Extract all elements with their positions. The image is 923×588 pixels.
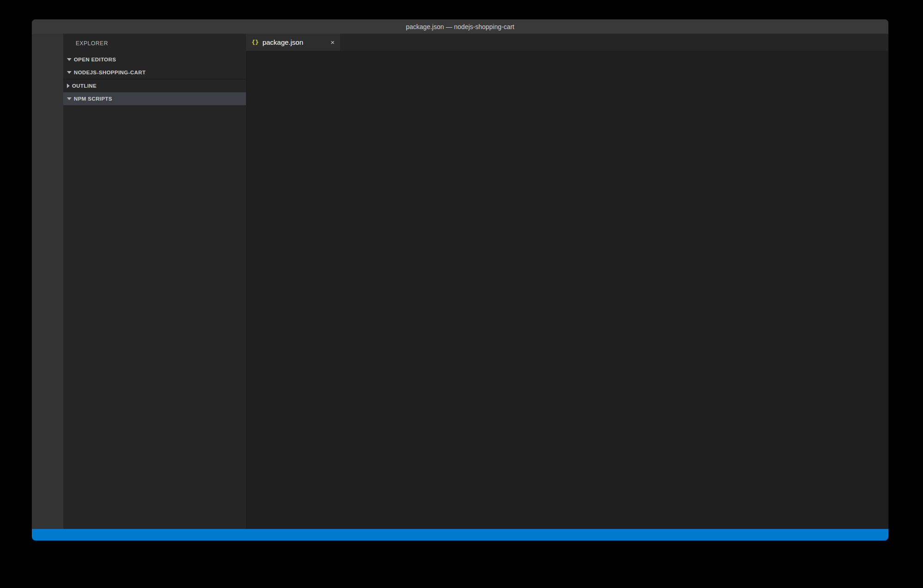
chevron-down-icon [67,97,72,100]
editor-group: {} package.json × [246,34,888,529]
outline-header[interactable]: OUTLINE [63,79,246,92]
json-file-icon: {} [252,39,259,46]
open-editors-section: OPEN EDITORS [63,53,246,66]
code-editor[interactable] [246,51,888,529]
open-editors-header[interactable]: OPEN EDITORS [63,53,246,66]
chevron-down-icon [67,71,72,74]
vscode-window: package.json — nodejs-shopping-cart EXPL… [32,19,888,540]
tab-bar: {} package.json × [246,34,888,51]
status-bar [32,529,888,540]
explorer-sidebar: EXPLORER OPEN EDITORS NODEJS-SHOPPING-CA… [63,34,246,529]
close-window-button[interactable] [38,24,45,30]
chevron-down-icon [67,58,72,61]
tab-package-json[interactable]: {} package.json × [246,34,340,51]
activity-bar [32,34,63,529]
maximize-window-button[interactable] [60,24,66,30]
project-header[interactable]: NODEJS-SHOPPING-CART [63,66,246,79]
npm-scripts-header[interactable]: NPM SCRIPTS [63,92,246,105]
chevron-right-icon [67,84,70,88]
minimize-window-button[interactable] [49,24,55,30]
window-title: package.json — nodejs-shopping-cart [406,23,514,30]
close-tab-icon[interactable]: × [330,38,335,46]
project-section: NODEJS-SHOPPING-CART [63,66,246,79]
traffic-lights [38,19,66,34]
sidebar-title: EXPLORER [63,34,246,53]
title-bar[interactable]: package.json — nodejs-shopping-cart [32,19,888,34]
